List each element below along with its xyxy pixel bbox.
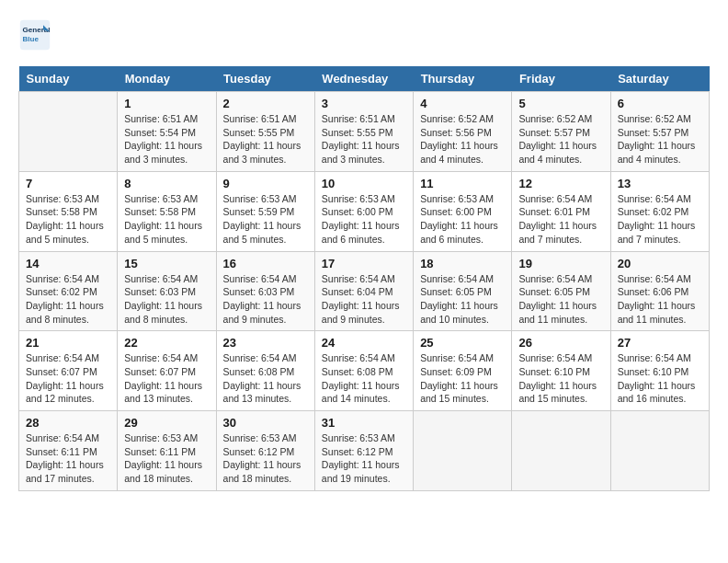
day-detail: Sunrise: 6:51 AM Sunset: 5:55 PM Dayligh…	[223, 112, 308, 167]
day-number: 7	[26, 177, 110, 190]
calendar-cell: 25Sunrise: 6:54 AM Sunset: 6:09 PM Dayli…	[414, 331, 512, 411]
calendar-cell: 4Sunrise: 6:52 AM Sunset: 5:56 PM Daylig…	[414, 92, 512, 172]
day-number: 21	[26, 336, 110, 350]
header-row: SundayMondayTuesdayWednesdayThursdayFrid…	[19, 66, 710, 92]
week-row-4: 21Sunrise: 6:54 AM Sunset: 6:07 PM Dayli…	[19, 331, 710, 411]
day-number: 8	[124, 177, 209, 190]
day-detail: Sunrise: 6:54 AM Sunset: 6:03 PM Dayligh…	[124, 272, 209, 327]
day-detail: Sunrise: 6:53 AM Sunset: 6:00 PM Dayligh…	[420, 192, 505, 247]
day-detail: Sunrise: 6:51 AM Sunset: 5:55 PM Dayligh…	[322, 112, 406, 167]
day-number: 24	[322, 336, 406, 350]
day-number: 22	[124, 336, 209, 350]
calendar-cell	[610, 411, 709, 491]
day-detail: Sunrise: 6:53 AM Sunset: 5:58 PM Dayligh…	[124, 192, 209, 247]
calendar-header: SundayMondayTuesdayWednesdayThursdayFrid…	[19, 66, 710, 92]
svg-text:Blue: Blue	[23, 35, 40, 43]
header-cell-saturday: Saturday	[610, 66, 709, 92]
calendar-cell: 2Sunrise: 6:51 AM Sunset: 5:55 PM Daylig…	[216, 92, 314, 172]
calendar-cell	[414, 411, 512, 491]
calendar-cell: 10Sunrise: 6:53 AM Sunset: 6:00 PM Dayli…	[314, 171, 413, 251]
calendar-cell: 16Sunrise: 6:54 AM Sunset: 6:03 PM Dayli…	[216, 251, 314, 331]
day-detail: Sunrise: 6:53 AM Sunset: 6:11 PM Dayligh…	[124, 431, 209, 486]
day-number: 29	[124, 416, 209, 430]
day-detail: Sunrise: 6:52 AM Sunset: 5:57 PM Dayligh…	[618, 112, 702, 167]
day-number: 20	[618, 257, 702, 270]
calendar-cell: 7Sunrise: 6:53 AM Sunset: 5:58 PM Daylig…	[19, 171, 118, 251]
day-number: 11	[420, 177, 505, 190]
header-cell-tuesday: Tuesday	[216, 66, 314, 92]
day-number: 6	[618, 97, 702, 110]
calendar-cell: 22Sunrise: 6:54 AM Sunset: 6:07 PM Dayli…	[118, 331, 216, 411]
calendar-cell: 3Sunrise: 6:51 AM Sunset: 5:55 PM Daylig…	[314, 92, 413, 172]
day-detail: Sunrise: 6:54 AM Sunset: 6:08 PM Dayligh…	[223, 351, 308, 406]
day-number: 15	[124, 257, 209, 270]
week-row-5: 28Sunrise: 6:54 AM Sunset: 6:11 PM Dayli…	[19, 411, 710, 491]
day-number: 10	[322, 177, 406, 190]
calendar-cell: 5Sunrise: 6:52 AM Sunset: 5:57 PM Daylig…	[512, 92, 610, 172]
day-number: 3	[322, 97, 406, 110]
day-number: 19	[518, 257, 603, 270]
calendar-cell: 27Sunrise: 6:54 AM Sunset: 6:10 PM Dayli…	[610, 331, 709, 411]
week-row-3: 14Sunrise: 6:54 AM Sunset: 6:02 PM Dayli…	[19, 251, 710, 331]
day-number: 18	[420, 257, 505, 270]
day-number: 4	[420, 97, 505, 110]
calendar-cell: 31Sunrise: 6:53 AM Sunset: 6:12 PM Dayli…	[314, 411, 413, 491]
calendar-cell: 6Sunrise: 6:52 AM Sunset: 5:57 PM Daylig…	[610, 92, 709, 172]
calendar-cell: 21Sunrise: 6:54 AM Sunset: 6:07 PM Dayli…	[19, 331, 118, 411]
page-header: General Blue	[18, 18, 710, 52]
calendar-cell	[19, 92, 118, 172]
day-number: 1	[124, 97, 209, 110]
day-detail: Sunrise: 6:53 AM Sunset: 6:12 PM Dayligh…	[223, 431, 308, 486]
day-detail: Sunrise: 6:54 AM Sunset: 6:07 PM Dayligh…	[124, 351, 209, 406]
calendar-cell	[512, 411, 610, 491]
day-number: 2	[223, 97, 308, 110]
calendar-cell: 18Sunrise: 6:54 AM Sunset: 6:05 PM Dayli…	[414, 251, 512, 331]
day-number: 5	[518, 97, 603, 110]
day-detail: Sunrise: 6:53 AM Sunset: 6:12 PM Dayligh…	[322, 431, 406, 486]
day-detail: Sunrise: 6:54 AM Sunset: 6:02 PM Dayligh…	[26, 272, 110, 327]
calendar-cell: 8Sunrise: 6:53 AM Sunset: 5:58 PM Daylig…	[118, 171, 216, 251]
header-cell-monday: Monday	[118, 66, 216, 92]
calendar-table: SundayMondayTuesdayWednesdayThursdayFrid…	[18, 66, 710, 491]
day-detail: Sunrise: 6:52 AM Sunset: 5:56 PM Dayligh…	[420, 112, 505, 167]
day-number: 16	[223, 257, 308, 270]
day-number: 12	[518, 177, 603, 190]
day-detail: Sunrise: 6:54 AM Sunset: 6:08 PM Dayligh…	[322, 351, 406, 406]
calendar-cell: 12Sunrise: 6:54 AM Sunset: 6:01 PM Dayli…	[512, 171, 610, 251]
week-row-2: 7Sunrise: 6:53 AM Sunset: 5:58 PM Daylig…	[19, 171, 710, 251]
calendar-cell: 13Sunrise: 6:54 AM Sunset: 6:02 PM Dayli…	[610, 171, 709, 251]
day-detail: Sunrise: 6:54 AM Sunset: 6:03 PM Dayligh…	[223, 272, 308, 327]
header-cell-wednesday: Wednesday	[314, 66, 413, 92]
logo-icon: General Blue	[18, 18, 51, 52]
header-cell-sunday: Sunday	[19, 66, 118, 92]
day-number: 9	[223, 177, 308, 190]
day-number: 23	[223, 336, 308, 350]
calendar-cell: 9Sunrise: 6:53 AM Sunset: 5:59 PM Daylig…	[216, 171, 314, 251]
day-number: 14	[26, 257, 110, 270]
day-detail: Sunrise: 6:54 AM Sunset: 6:10 PM Dayligh…	[618, 351, 702, 406]
day-number: 30	[223, 416, 308, 430]
calendar-cell: 30Sunrise: 6:53 AM Sunset: 6:12 PM Dayli…	[216, 411, 314, 491]
header-cell-friday: Friday	[512, 66, 610, 92]
calendar-cell: 14Sunrise: 6:54 AM Sunset: 6:02 PM Dayli…	[19, 251, 118, 331]
calendar-cell: 26Sunrise: 6:54 AM Sunset: 6:10 PM Dayli…	[512, 331, 610, 411]
day-detail: Sunrise: 6:54 AM Sunset: 6:10 PM Dayligh…	[518, 351, 603, 406]
day-detail: Sunrise: 6:54 AM Sunset: 6:06 PM Dayligh…	[618, 272, 702, 327]
day-detail: Sunrise: 6:53 AM Sunset: 5:59 PM Dayligh…	[223, 192, 308, 247]
calendar-cell: 29Sunrise: 6:53 AM Sunset: 6:11 PM Dayli…	[118, 411, 216, 491]
calendar-cell: 11Sunrise: 6:53 AM Sunset: 6:00 PM Dayli…	[414, 171, 512, 251]
day-detail: Sunrise: 6:54 AM Sunset: 6:09 PM Dayligh…	[420, 351, 505, 406]
calendar-body: 1Sunrise: 6:51 AM Sunset: 5:54 PM Daylig…	[19, 92, 710, 491]
day-number: 13	[618, 177, 702, 190]
day-detail: Sunrise: 6:53 AM Sunset: 5:58 PM Dayligh…	[26, 192, 110, 247]
day-detail: Sunrise: 6:54 AM Sunset: 6:07 PM Dayligh…	[26, 351, 110, 406]
day-number: 17	[322, 257, 406, 270]
day-detail: Sunrise: 6:54 AM Sunset: 6:05 PM Dayligh…	[420, 272, 505, 327]
day-number: 26	[518, 336, 603, 350]
header-cell-thursday: Thursday	[414, 66, 512, 92]
day-detail: Sunrise: 6:52 AM Sunset: 5:57 PM Dayligh…	[518, 112, 603, 167]
calendar-cell: 20Sunrise: 6:54 AM Sunset: 6:06 PM Dayli…	[610, 251, 709, 331]
day-detail: Sunrise: 6:54 AM Sunset: 6:05 PM Dayligh…	[518, 272, 603, 327]
day-detail: Sunrise: 6:54 AM Sunset: 6:02 PM Dayligh…	[618, 192, 702, 247]
day-detail: Sunrise: 6:53 AM Sunset: 6:00 PM Dayligh…	[322, 192, 406, 247]
